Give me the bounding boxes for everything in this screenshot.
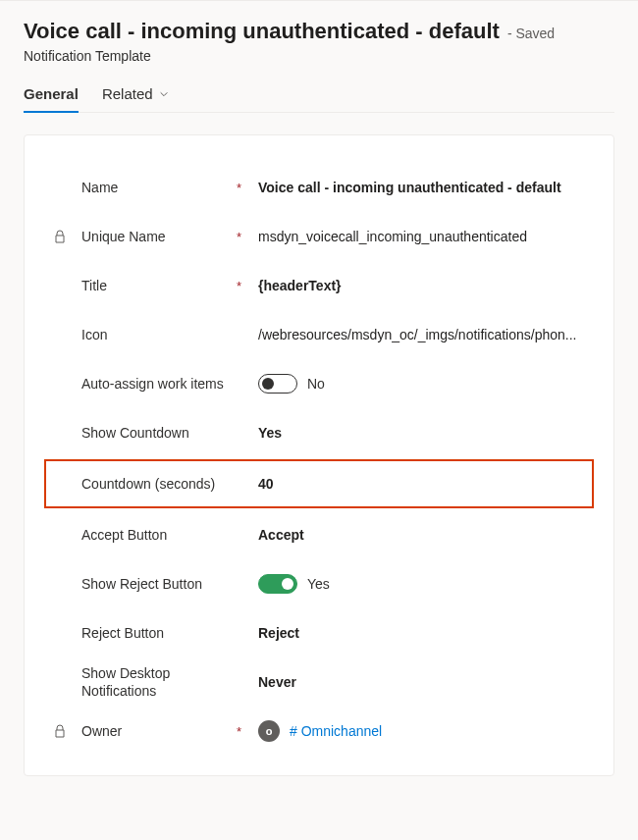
field-owner-label: Owner bbox=[81, 722, 231, 740]
field-reject-button[interactable]: Reject Button Reject bbox=[52, 608, 586, 657]
field-name-value: Voice call - incoming unauthenticated - … bbox=[258, 180, 586, 195]
page-subtitle: Notification Template bbox=[24, 48, 614, 64]
field-show-countdown[interactable]: Show Countdown Yes bbox=[52, 408, 586, 457]
field-icon[interactable]: Icon /webresources/msdyn_oc/_imgs/notifi… bbox=[52, 310, 586, 359]
required-marker: * bbox=[237, 724, 252, 739]
field-show-countdown-value: Yes bbox=[258, 425, 586, 441]
field-show-reject[interactable]: Show Reject Button Yes bbox=[52, 559, 586, 608]
field-title-value: {headerText} bbox=[258, 278, 586, 293]
field-desktop-notifications-label: Show Desktop Notifications bbox=[81, 664, 231, 700]
chevron-down-icon bbox=[159, 89, 169, 99]
form-card: Name * Voice call - incoming unauthentic… bbox=[24, 134, 614, 776]
owner-avatar: o bbox=[258, 720, 280, 742]
field-name-label: Name bbox=[81, 179, 231, 196]
toggle-auto-assign-text: No bbox=[307, 376, 325, 392]
field-title[interactable]: Title * {headerText} bbox=[52, 261, 586, 310]
field-owner[interactable]: Owner * o # Omnichannel bbox=[52, 707, 586, 756]
toggle-show-reject[interactable] bbox=[258, 574, 297, 594]
field-desktop-notifications-value: Never bbox=[258, 674, 586, 690]
tab-related[interactable]: Related bbox=[102, 85, 169, 112]
field-countdown-seconds[interactable]: Countdown (seconds) 40 bbox=[44, 459, 594, 508]
required-marker: * bbox=[237, 279, 252, 293]
field-auto-assign[interactable]: Auto-assign work items No bbox=[52, 359, 586, 408]
field-unique-name[interactable]: Unique Name * msdyn_voicecall_incoming_u… bbox=[52, 212, 586, 261]
owner-link[interactable]: # Omnichannel bbox=[290, 723, 382, 739]
tab-related-label: Related bbox=[102, 85, 153, 102]
required-marker: * bbox=[237, 181, 252, 195]
page-title: Voice call - incoming unauthenticated - … bbox=[24, 19, 500, 44]
field-name[interactable]: Name * Voice call - incoming unauthentic… bbox=[52, 163, 586, 212]
field-accept-button[interactable]: Accept Button Accept bbox=[52, 510, 586, 559]
field-reject-button-label: Reject Button bbox=[81, 624, 231, 642]
field-countdown-seconds-value: 40 bbox=[258, 476, 586, 492]
tab-general[interactable]: General bbox=[24, 85, 79, 112]
field-icon-label: Icon bbox=[81, 326, 231, 343]
field-accept-button-label: Accept Button bbox=[81, 526, 231, 544]
lock-icon bbox=[54, 230, 66, 243]
field-countdown-seconds-label: Countdown (seconds) bbox=[81, 475, 231, 493]
field-show-countdown-label: Show Countdown bbox=[81, 424, 231, 442]
saved-status-label: - Saved bbox=[507, 26, 555, 41]
tab-bar: General Related bbox=[24, 85, 614, 113]
field-reject-button-value: Reject bbox=[258, 625, 586, 641]
field-auto-assign-label: Auto-assign work items bbox=[81, 375, 231, 393]
field-show-reject-label: Show Reject Button bbox=[81, 575, 231, 593]
page-header: Voice call - incoming unauthenticated - … bbox=[24, 19, 614, 64]
toggle-show-reject-text: Yes bbox=[307, 576, 330, 592]
field-title-label: Title bbox=[81, 277, 231, 294]
field-unique-name-value: msdyn_voicecall_incoming_unauthenticated bbox=[258, 229, 586, 244]
lock-icon bbox=[54, 724, 66, 738]
field-unique-name-label: Unique Name bbox=[81, 228, 231, 245]
tab-general-label: General bbox=[24, 85, 79, 102]
toggle-auto-assign[interactable] bbox=[258, 374, 297, 394]
field-desktop-notifications[interactable]: Show Desktop Notifications Never bbox=[52, 657, 586, 707]
field-accept-button-value: Accept bbox=[258, 527, 586, 543]
required-marker: * bbox=[237, 230, 252, 244]
field-icon-value: /webresources/msdyn_oc/_imgs/notificatio… bbox=[258, 327, 586, 342]
